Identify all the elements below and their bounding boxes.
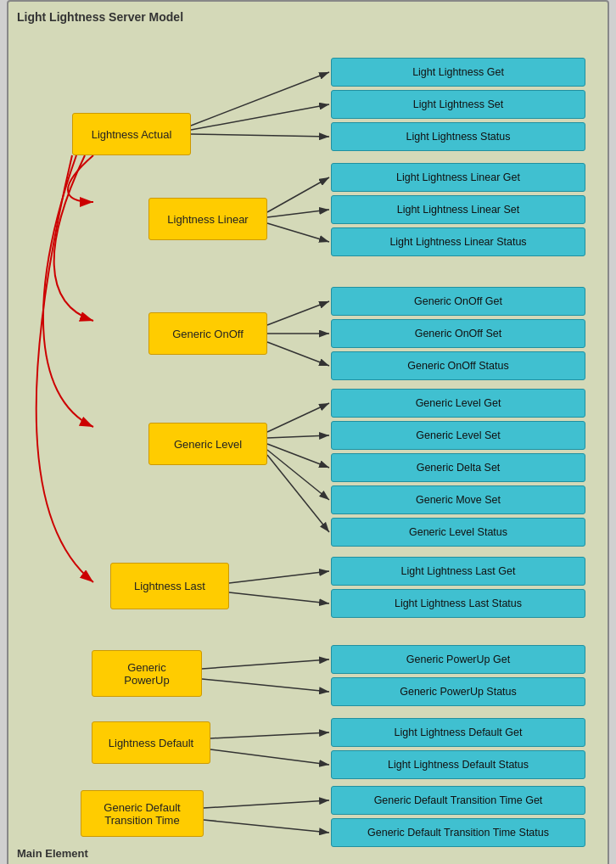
svg-line-5 — [191, 134, 329, 137]
node-generic-onoff: Generic OnOff — [148, 312, 267, 355]
svg-line-8 — [267, 223, 329, 242]
node-lightness-default: Lightness Default — [92, 721, 210, 764]
node-generic-default-transition: Generic DefaultTransition Time — [81, 790, 204, 837]
outer-frame: Light Lightness Server Model — [7, 0, 609, 864]
msg-gonoff-set: Generic OnOff Set — [331, 319, 585, 348]
msg-ll-linear-get: Light Lightness Linear Get — [331, 163, 585, 192]
msg-ll-linear-status: Light Lightness Linear Status — [331, 227, 585, 256]
svg-line-12 — [267, 403, 329, 432]
msg-ll-last-status: Light Lightness Last Status — [331, 589, 585, 618]
diagram-area: Lightness Actual Lightness Linear Generi… — [17, 32, 599, 839]
svg-line-3 — [191, 72, 329, 126]
msg-gpu-status: Generic PowerUp Status — [331, 677, 585, 706]
msg-ll-set: Light Lightness Set — [331, 90, 585, 119]
svg-line-23 — [204, 800, 329, 808]
svg-line-22 — [210, 749, 329, 765]
svg-line-17 — [229, 571, 329, 583]
svg-line-7 — [267, 210, 329, 217]
svg-line-4 — [191, 104, 329, 130]
node-lightness-actual: Lightness Actual — [72, 113, 191, 155]
msg-ll-status: Light Lightness Status — [331, 122, 585, 151]
svg-line-9 — [267, 301, 329, 325]
node-generic-powerup: GenericPowerUp — [92, 650, 202, 697]
msg-gpu-get: Generic PowerUp Get — [331, 645, 585, 674]
msg-lld-get: Light Lightness Default Get — [331, 718, 585, 747]
msg-ll-last-get: Light Lightness Last Get — [331, 557, 585, 586]
node-lightness-last: Lightness Last — [110, 563, 229, 609]
svg-line-19 — [202, 659, 329, 669]
svg-line-20 — [202, 679, 329, 692]
footer-label: Main Element — [17, 847, 599, 860]
diagram-title: Light Lightness Server Model — [17, 10, 599, 24]
msg-lld-status: Light Lightness Default Status — [331, 750, 585, 779]
msg-glevel-get: Generic Level Get — [331, 389, 585, 418]
msg-ll-linear-set: Light Lightness Linear Set — [331, 195, 585, 224]
svg-line-13 — [267, 435, 329, 438]
msg-gmove-set: Generic Move Set — [331, 485, 585, 514]
svg-line-16 — [267, 455, 329, 532]
svg-line-21 — [210, 732, 329, 738]
msg-glevel-status: Generic Level Status — [331, 518, 585, 547]
msg-gonoff-get: Generic OnOff Get — [331, 287, 585, 316]
svg-line-24 — [204, 820, 329, 833]
svg-line-14 — [267, 444, 329, 468]
svg-line-18 — [229, 592, 329, 603]
node-lightness-linear: Lightness Linear — [148, 198, 267, 240]
svg-line-6 — [267, 177, 329, 212]
svg-line-11 — [267, 342, 329, 366]
svg-line-15 — [267, 450, 329, 500]
msg-ll-get: Light Lightness Get — [331, 58, 585, 87]
msg-gdtt-get: Generic Default Transition Time Get — [331, 786, 585, 815]
node-generic-level: Generic Level — [148, 423, 267, 465]
msg-gdtt-status: Generic Default Transition Time Status — [331, 818, 585, 847]
msg-gonoff-status: Generic OnOff Status — [331, 351, 585, 380]
msg-glevel-set: Generic Level Set — [331, 421, 585, 450]
msg-gdelta-set: Generic Delta Set — [331, 453, 585, 482]
